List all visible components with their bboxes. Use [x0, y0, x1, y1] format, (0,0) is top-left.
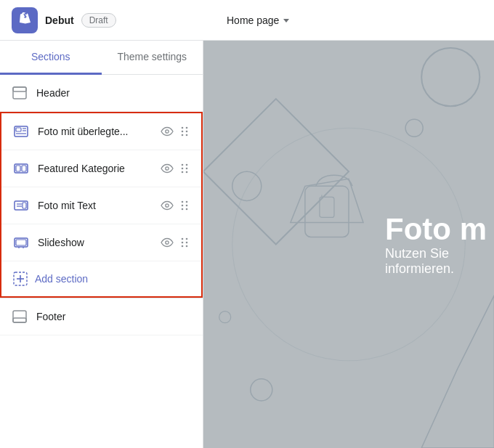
- eye-icon-3[interactable]: [161, 236, 174, 249]
- footer-label: Footer: [36, 311, 191, 322]
- slideshow-label: Slideshow: [38, 237, 152, 248]
- fototext-actions: [161, 199, 190, 212]
- preview-bg: Foto m Nutzen Sie informieren.: [203, 41, 494, 448]
- svg-point-10: [182, 131, 184, 133]
- svg-point-45: [186, 245, 188, 248]
- svg-point-23: [186, 171, 188, 174]
- eye-icon-1[interactable]: [161, 162, 174, 175]
- svg-rect-0: [13, 87, 26, 99]
- svg-rect-55: [320, 197, 334, 217]
- page-selector[interactable]: Home page: [227, 15, 289, 26]
- svg-point-28: [166, 204, 169, 207]
- preview-text-overlay: Foto m Nutzen Sie informieren.: [385, 212, 487, 276]
- preview-heading: Foto m: [385, 212, 487, 245]
- svg-point-31: [182, 205, 184, 207]
- preview-area: Foto m Nutzen Sie informieren.: [203, 41, 494, 448]
- section-item-foto-mit-uberlegte[interactable]: Foto mit überlegte...: [1, 113, 201, 150]
- slideshow-actions: [161, 236, 190, 249]
- svg-rect-3: [16, 128, 21, 131]
- svg-point-39: [166, 241, 169, 244]
- draft-badge: Draft: [81, 13, 116, 28]
- featured-actions: [161, 162, 190, 175]
- svg-point-21: [186, 168, 188, 170]
- svg-point-19: [186, 164, 188, 166]
- svg-point-13: [186, 134, 188, 137]
- svg-point-18: [182, 164, 184, 166]
- foto-mit-uberlegte-label: Foto mit überlegte...: [38, 126, 152, 137]
- add-section-label: Add section: [35, 273, 88, 285]
- sidebar: Sections Theme settings Header: [0, 41, 203, 448]
- svg-point-52: [421, 48, 479, 106]
- svg-point-43: [186, 242, 188, 244]
- svg-rect-1: [13, 87, 26, 91]
- store-name: Debut: [45, 15, 74, 26]
- svg-point-29: [182, 201, 184, 203]
- header-label: Header: [36, 87, 191, 99]
- foto-actions: [161, 125, 190, 138]
- chevron-down-icon: [283, 19, 289, 23]
- preview-subheading-line1: Nutzen Sie: [385, 246, 487, 261]
- shopify-logo: [12, 7, 38, 33]
- svg-point-44: [182, 245, 184, 248]
- header-icon: [12, 85, 28, 101]
- tab-bar: Sections Theme settings: [0, 41, 203, 75]
- svg-point-34: [186, 208, 188, 211]
- topbar-right: Home page: [215, 15, 482, 26]
- eye-icon-0[interactable]: [161, 125, 174, 138]
- svg-point-40: [182, 238, 184, 240]
- footer-icon: [12, 309, 28, 325]
- svg-point-12: [182, 134, 184, 137]
- svg-point-32: [186, 205, 188, 207]
- drag-icon-0[interactable]: [179, 125, 190, 138]
- svg-rect-49: [13, 311, 26, 322]
- preview-subheading-line2: informieren.: [385, 261, 487, 277]
- section-item-featured-kategorie[interactable]: Featured Kategorie: [1, 150, 201, 187]
- svg-point-22: [182, 171, 184, 174]
- featured-icon: [13, 160, 29, 176]
- drag-icon-1[interactable]: [179, 162, 190, 175]
- svg-point-42: [182, 242, 184, 244]
- tab-theme-settings[interactable]: Theme settings: [102, 41, 203, 75]
- svg-point-30: [186, 201, 188, 203]
- topbar: Debut Draft Home page: [0, 0, 494, 41]
- svg-point-9: [186, 127, 188, 129]
- svg-point-11: [186, 131, 188, 133]
- foto-mit-text-label: Foto mit Text: [38, 200, 152, 211]
- section-item-header[interactable]: Header: [0, 75, 203, 112]
- add-section-button[interactable]: Add section: [1, 261, 201, 296]
- svg-point-58: [405, 119, 423, 137]
- featured-kategorie-label: Featured Kategorie: [38, 163, 152, 174]
- svg-point-8: [182, 127, 184, 129]
- svg-point-17: [166, 167, 169, 170]
- svg-rect-27: [23, 203, 26, 208]
- svg-rect-15: [16, 166, 20, 171]
- section-item-slideshow[interactable]: Slideshow: [1, 224, 201, 261]
- svg-rect-16: [22, 166, 26, 171]
- svg-rect-36: [16, 240, 26, 245]
- image-text-icon: [13, 123, 29, 139]
- svg-point-53: [232, 171, 262, 200]
- section-group: Foto mit überlegte...: [0, 112, 203, 298]
- svg-point-41: [186, 238, 188, 240]
- text-image-icon: [13, 197, 29, 213]
- svg-point-59: [219, 311, 231, 323]
- main-layout: Sections Theme settings Header: [0, 41, 494, 448]
- add-section-icon: [13, 272, 28, 286]
- eye-icon-2[interactable]: [161, 199, 174, 212]
- svg-point-7: [166, 130, 169, 133]
- svg-point-20: [182, 168, 184, 170]
- svg-point-60: [251, 379, 272, 401]
- drag-icon-3[interactable]: [179, 236, 190, 249]
- svg-marker-57: [421, 296, 494, 448]
- drag-icon-2[interactable]: [179, 199, 190, 212]
- section-item-footer[interactable]: Footer: [0, 298, 203, 335]
- topbar-left: Debut Draft: [12, 7, 215, 33]
- svg-point-33: [182, 208, 184, 211]
- tab-sections[interactable]: Sections: [0, 41, 102, 75]
- section-item-foto-mit-text[interactable]: Foto mit Text: [1, 187, 201, 224]
- page-label: Home page: [227, 15, 279, 26]
- svg-rect-50: [13, 318, 26, 322]
- slideshow-icon: [13, 235, 29, 251]
